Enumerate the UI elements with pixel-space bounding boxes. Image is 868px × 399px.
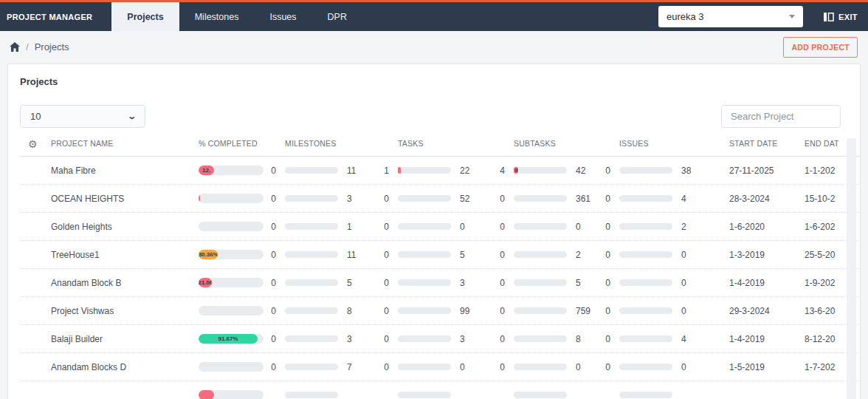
subtasks-count-right: 2 bbox=[576, 250, 581, 260]
milestones-count-left: 0 bbox=[266, 334, 276, 344]
pct-progress-fill: 91.67% bbox=[199, 334, 258, 344]
project-name-cell: OCEAN HEIGHTS bbox=[51, 194, 199, 204]
page-size-value: 10 bbox=[30, 111, 41, 122]
subtasks-bar bbox=[514, 223, 567, 230]
col-header-pct-completed: % COMPLETED bbox=[199, 139, 266, 148]
home-icon[interactable] bbox=[10, 42, 20, 52]
subtasks-count-left: 0 bbox=[495, 306, 505, 316]
milestones-cell: 0 8 bbox=[266, 306, 379, 316]
page-size-select[interactable]: 10 ⌄ bbox=[20, 105, 145, 128]
tasks-count-left: 0 bbox=[379, 250, 389, 260]
subtasks-count-left: 0 bbox=[495, 278, 505, 288]
start-date-cell: 1-3-2019 bbox=[729, 250, 805, 260]
tab-projects[interactable]: Projects bbox=[111, 2, 179, 31]
gear-icon[interactable]: ⚙ bbox=[28, 139, 38, 150]
issues-bar bbox=[619, 279, 672, 286]
subtasks-cell bbox=[495, 392, 600, 398]
add-project-button[interactable]: ADD PROJECT bbox=[783, 37, 858, 58]
tab-issues[interactable]: Issues bbox=[254, 2, 311, 31]
tasks-cell: 1 22 bbox=[379, 166, 495, 176]
subtasks-cell: 0 2 bbox=[495, 250, 600, 260]
tasks-bar bbox=[398, 251, 451, 258]
issues-cell: 0 4 bbox=[600, 334, 729, 344]
table-row[interactable]: Balaji Builder 91.67% 0 3 0 3 0 8 0 4 1-… bbox=[20, 325, 860, 353]
milestones-cell: 0 3 bbox=[266, 334, 379, 344]
pct-progress-bar: 12. bbox=[199, 166, 264, 175]
col-header-subtasks: SUBTASKS bbox=[495, 139, 600, 148]
issues-bar bbox=[619, 167, 672, 174]
panel-title: Projects bbox=[20, 76, 860, 87]
issues-count-left: 0 bbox=[600, 194, 610, 204]
subtasks-count-left: 4 bbox=[495, 166, 505, 176]
pct-completed-cell bbox=[199, 306, 266, 316]
pct-completed-cell: 12. bbox=[199, 166, 266, 175]
table-row[interactable]: Project Vishwas 0 8 0 99 0 759 0 0 29-3-… bbox=[20, 297, 860, 325]
tasks-count-left: 1 bbox=[379, 166, 389, 176]
search-input[interactable] bbox=[721, 105, 841, 128]
tasks-bar-fill bbox=[398, 167, 401, 174]
issues-cell: 0 4 bbox=[600, 194, 729, 204]
subtasks-cell: 0 5 bbox=[495, 278, 600, 288]
issues-count-right: 4 bbox=[681, 194, 686, 204]
subtasks-bar-fill: 9 bbox=[514, 167, 518, 174]
col-header-start-date: START DATE bbox=[729, 139, 805, 148]
issues-count-right: 0 bbox=[681, 278, 686, 288]
col-header-tasks: TASKS bbox=[379, 139, 495, 148]
pct-progress-bar bbox=[199, 390, 264, 399]
navbar-right: eureka 3 EXIT bbox=[658, 2, 868, 31]
subtasks-bar bbox=[514, 335, 567, 342]
issues-count-right: 38 bbox=[681, 166, 691, 176]
milestones-count-left: 0 bbox=[266, 250, 276, 260]
pct-progress-bar bbox=[199, 306, 264, 316]
tab-dpr[interactable]: DPR bbox=[312, 2, 362, 31]
tasks-bar bbox=[398, 392, 451, 398]
vertical-scrollbar[interactable] bbox=[847, 138, 856, 399]
subtasks-count-right: 0 bbox=[576, 362, 581, 372]
tasks-cell: 0 3 bbox=[379, 334, 495, 344]
milestones-bar bbox=[285, 307, 338, 314]
subtasks-count-left: 0 bbox=[495, 194, 505, 204]
table-row[interactable]: Maha Fibre 12. 0 11 1 22 4 9 42 0 38 27-… bbox=[20, 157, 860, 185]
tasks-bar bbox=[398, 307, 451, 314]
subtasks-bar bbox=[514, 195, 567, 202]
column-settings-cell: ⚙ bbox=[20, 139, 51, 149]
chevron-down-icon bbox=[789, 15, 795, 18]
table-row[interactable]: Anandam Block B 21.00 0 5 0 3 0 5 0 0 1-… bbox=[20, 269, 860, 297]
tasks-count-right: 0 bbox=[460, 222, 465, 232]
subtasks-cell: 0 0 bbox=[495, 222, 600, 232]
breadcrumb-current: Projects bbox=[35, 41, 69, 52]
project-select[interactable]: eureka 3 bbox=[658, 6, 803, 27]
milestones-count-left: 0 bbox=[266, 166, 276, 176]
milestones-bar bbox=[285, 251, 338, 258]
table-row[interactable]: Anandam Blocks D 0 7 0 0 0 0 0 0 1-5-201… bbox=[20, 353, 860, 381]
subtasks-cell: 4 9 42 bbox=[495, 166, 600, 176]
table-row[interactable]: OCEAN HEIGHTS 0 3 0 52 0 361 0 4 28-3-20… bbox=[20, 185, 860, 213]
exit-label: EXIT bbox=[838, 13, 858, 21]
milestones-count-right: 11 bbox=[347, 166, 356, 176]
table-row[interactable]: Golden Heights 0 1 0 0 0 0 0 2 1-6-2020 … bbox=[20, 213, 860, 241]
col-header-project-name: PROJECT NAME bbox=[51, 139, 199, 148]
pct-progress-bar: 21.00 bbox=[199, 278, 264, 287]
exit-button[interactable]: EXIT bbox=[824, 13, 858, 21]
project-name-cell: Golden Heights bbox=[51, 222, 199, 232]
tab-milestones[interactable]: Milestones bbox=[179, 2, 255, 31]
milestones-bar bbox=[285, 392, 338, 398]
pct-completed-cell: 30.36% bbox=[199, 250, 266, 259]
tasks-cell: 0 3 bbox=[379, 278, 495, 288]
milestones-bar bbox=[285, 195, 338, 202]
tasks-cell: 0 0 bbox=[379, 222, 495, 232]
project-select-value: eureka 3 bbox=[666, 11, 704, 22]
table-row[interactable] bbox=[20, 381, 860, 399]
project-name-cell: Anandam Blocks D bbox=[51, 362, 199, 372]
issues-count-right: 4 bbox=[681, 334, 686, 344]
subtasks-cell: 0 0 bbox=[495, 362, 600, 372]
milestones-bar bbox=[285, 364, 338, 370]
table-row[interactable]: TreeHouse1 30.36% 0 11 0 5 0 2 0 0 1-3-2… bbox=[20, 241, 860, 269]
subtasks-bar bbox=[514, 279, 567, 286]
pct-completed-cell: 91.67% bbox=[199, 334, 266, 344]
tasks-count-left: 0 bbox=[379, 194, 389, 204]
subtasks-bar bbox=[514, 392, 567, 398]
breadcrumb-separator: / bbox=[26, 41, 29, 52]
milestones-cell: 0 7 bbox=[266, 362, 379, 372]
subtasks-count-right: 42 bbox=[576, 166, 585, 176]
